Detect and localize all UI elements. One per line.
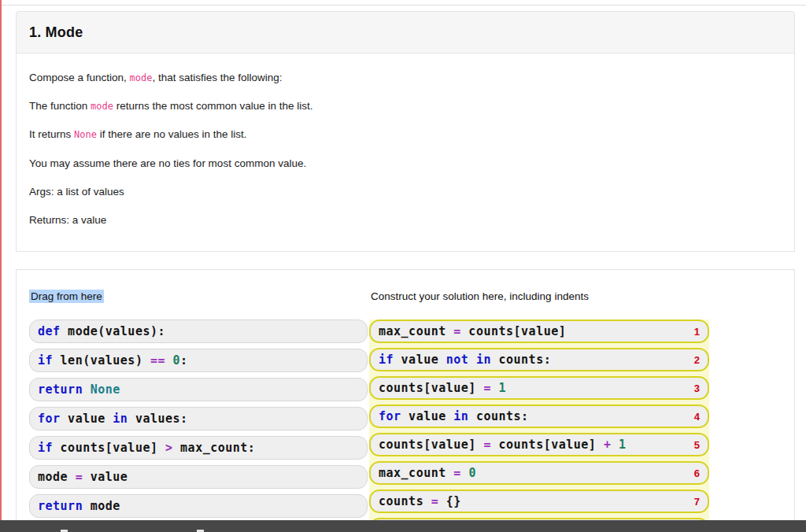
source-code-block[interactable]: return None xyxy=(29,378,368,401)
code-line: def mode(values): xyxy=(38,323,359,339)
code-token: > xyxy=(165,441,173,455)
code-token: in xyxy=(453,409,468,423)
code-token: counts[value] xyxy=(379,438,483,452)
code-line: max_count = counts[value] xyxy=(379,323,700,339)
code-token xyxy=(611,438,619,452)
code-token: = xyxy=(453,466,461,480)
code-token xyxy=(83,382,91,397)
code-token: counts[value] xyxy=(379,381,483,395)
source-label: Drag from here xyxy=(29,290,104,303)
code-token: len(values) xyxy=(53,353,150,368)
code-token: value xyxy=(394,353,446,367)
line-number: 5 xyxy=(694,439,700,451)
code-token: counts xyxy=(379,494,431,508)
code-token: if xyxy=(379,353,394,367)
code-token: def xyxy=(38,324,61,338)
code-token: max_count: xyxy=(173,441,256,455)
code-token xyxy=(165,353,173,368)
code-token: mode xyxy=(83,499,120,513)
source-code-block[interactable]: mode = value xyxy=(29,465,368,489)
solution-block-list[interactable]: max_count = counts[value]1if value not i… xyxy=(369,320,709,532)
source-code-block[interactable]: for value in values: xyxy=(29,407,368,430)
code-token: return xyxy=(38,382,83,397)
code-line: if len(values) == 0: xyxy=(38,353,359,368)
code-token xyxy=(491,381,499,395)
source-code-block[interactable]: return mode xyxy=(29,494,368,518)
line-number: 2 xyxy=(694,354,700,366)
code-token: value xyxy=(401,409,454,423)
inline-code: None xyxy=(74,129,97,140)
instruction-paragraph: Args: a list of values xyxy=(29,187,782,198)
instruction-paragraph: Compose a function, mode, that satisfies… xyxy=(29,72,782,83)
solution-code-block[interactable]: counts[value] = 13 xyxy=(369,376,709,400)
solution-code-block[interactable]: if value not in counts:2 xyxy=(369,348,709,371)
code-token: counts[value] xyxy=(53,441,165,455)
solution-code-block[interactable]: max_count = counts[value]1 xyxy=(369,320,709,343)
code-line: max_count = 0 xyxy=(379,465,700,481)
code-token: : xyxy=(180,353,188,368)
line-number: 4 xyxy=(694,411,700,423)
line-number: 3 xyxy=(694,382,700,394)
solution-column: Construct your solution here, including … xyxy=(369,289,709,532)
code-token: mode(values): xyxy=(61,324,165,338)
code-token: 1 xyxy=(499,381,507,395)
code-token: values: xyxy=(128,412,187,426)
code-line: return None xyxy=(38,382,359,397)
code-line: counts[value] = counts[value] + 1 xyxy=(379,437,700,453)
code-line: counts = {} xyxy=(379,493,700,509)
code-token: return xyxy=(38,499,83,513)
instruction-paragraph: It returns None if there are no values i… xyxy=(29,129,782,140)
code-token: value xyxy=(83,470,128,484)
code-token: = xyxy=(453,324,461,338)
page-title: 1. Mode xyxy=(29,24,782,41)
solution-code-block[interactable]: for value in counts:4 xyxy=(369,405,709,428)
code-token: None xyxy=(91,382,120,397)
code-line: if value not in counts: xyxy=(379,352,700,368)
code-token: {} xyxy=(438,494,461,508)
code-line: for value in values: xyxy=(38,411,359,427)
instructions-panel: Compose a function, mode, that satisfies… xyxy=(16,53,795,252)
code-token: counts: xyxy=(468,409,528,423)
source-code-block[interactable]: def mode(values): xyxy=(29,320,368,343)
code-token: if xyxy=(38,353,53,368)
instruction-paragraph: You may assume there are no ties for mos… xyxy=(29,158,782,169)
code-token: = xyxy=(431,494,439,508)
text-segment: It returns xyxy=(29,128,74,140)
text-segment: returns the most common value in the lis… xyxy=(113,100,313,112)
source-code-block[interactable]: if counts[value] > max_count: xyxy=(29,436,368,460)
solution-code-block[interactable]: max_count = 06 xyxy=(369,461,709,485)
code-token: max_count xyxy=(379,324,453,338)
inline-code: mode xyxy=(130,72,153,83)
line-number: 6 xyxy=(694,467,700,479)
source-code-block[interactable]: if len(values) == 0: xyxy=(29,349,368,372)
code-line: counts[value] = 1 xyxy=(379,380,700,396)
code-token: mode xyxy=(38,470,76,484)
code-token: == xyxy=(150,353,165,368)
parsons-widget: Drag from here def mode(values):if len(v… xyxy=(16,269,795,532)
code-token: = xyxy=(483,438,491,452)
text-segment: Compose a function, xyxy=(29,72,130,83)
code-token: counts[value] xyxy=(461,324,566,338)
code-line: for value in counts: xyxy=(379,408,700,424)
solution-code-block[interactable]: counts = {}7 xyxy=(369,490,709,513)
line-number: 1 xyxy=(694,326,700,338)
solution-code-block[interactable]: counts[value] = counts[value] + 15 xyxy=(369,433,709,456)
source-block-list: def mode(values):if len(values) == 0:ret… xyxy=(29,320,368,532)
code-line: return mode xyxy=(38,498,359,514)
code-token: if xyxy=(38,441,53,455)
instruction-paragraph: The function mode returns the most commo… xyxy=(29,101,782,112)
code-token: in xyxy=(113,412,128,426)
text-segment: , that satisfies the following: xyxy=(152,72,282,83)
code-token: counts: xyxy=(491,353,551,367)
exercise-header: 1. Mode xyxy=(16,11,795,54)
source-column: Drag from here def mode(values):if len(v… xyxy=(29,289,368,532)
code-token: = xyxy=(76,470,83,484)
exercise-panel: 1. Mode Compose a function, mode, that s… xyxy=(16,11,795,532)
code-token: = xyxy=(483,381,491,395)
inline-code: mode xyxy=(91,101,113,112)
code-token: 1 xyxy=(619,438,627,452)
code-line: if counts[value] > max_count: xyxy=(38,440,359,456)
code-token: not xyxy=(446,353,469,367)
page-left-accent xyxy=(0,0,2,521)
solution-label: Construct your solution here, including … xyxy=(369,290,590,303)
